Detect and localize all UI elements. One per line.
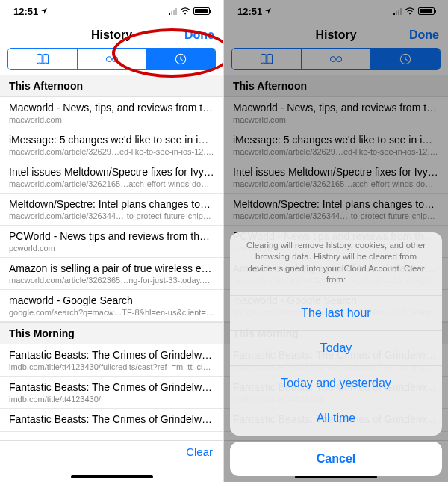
done-button[interactable]: Done: [409, 28, 439, 42]
wifi-icon: [180, 6, 190, 17]
list-item: Meltdown/Spectre: Intel plans changes to…: [224, 194, 448, 226]
svg-point-6: [337, 57, 342, 62]
list-item[interactable]: Fantastic Beasts: The Crimes of Grindelw…: [0, 344, 223, 377]
list-item[interactable]: macworld - Google Searchgoogle.com/searc…: [0, 290, 223, 322]
status-bar: 12:51: [0, 0, 223, 22]
list-item: iMessage: 5 changes we'd like to see in …: [224, 129, 448, 161]
cell-signal-icon: [169, 7, 177, 15]
wifi-icon: [405, 6, 415, 17]
clear-button[interactable]: Clear: [186, 445, 213, 458]
tab-history[interactable]: [146, 49, 215, 69]
battery-icon: [193, 7, 210, 15]
home-indicator: [71, 475, 153, 478]
clear-action-sheet: Clearing will remove history, cookies, a…: [230, 232, 442, 476]
sheet-cancel-button[interactable]: Cancel: [230, 442, 442, 476]
glasses-icon: [105, 52, 119, 67]
sheet-option-today-yesterday[interactable]: Today and yesterday: [230, 366, 442, 401]
book-open-icon: [35, 52, 50, 67]
sheet-option-today[interactable]: Today: [230, 331, 442, 366]
svg-point-4: [409, 13, 411, 14]
list-item: Intel issues Meltdown/Spectre fixes for …: [224, 161, 448, 194]
nav-bar: History Done: [0, 22, 223, 48]
clock-icon: [173, 52, 188, 67]
battery-icon: [418, 7, 435, 15]
tab-bookmarks[interactable]: [8, 49, 77, 69]
svg-point-0: [184, 13, 186, 14]
bottom-toolbar: Clear: [0, 440, 223, 482]
status-bar: 12:51: [224, 0, 448, 22]
clock-icon: [398, 52, 413, 67]
tab-segmented-control: [231, 48, 441, 70]
page-title: History: [315, 28, 356, 42]
section-header: This Morning: [0, 322, 223, 344]
nav-bar: History Done: [224, 22, 448, 48]
location-icon: [264, 6, 272, 17]
glasses-icon: [329, 52, 343, 67]
tab-bookmarks[interactable]: [232, 49, 301, 69]
list-item[interactable]: Amazon is selling a pair of true wireles…: [0, 258, 223, 290]
list-item[interactable]: Fantastic Beasts: The Crimes of Grindelw…: [0, 377, 223, 409]
tab-history[interactable]: [370, 49, 440, 69]
svg-point-2: [112, 57, 117, 62]
sheet-message: Clearing will remove history, cookies, a…: [230, 232, 442, 296]
tab-segmented-control: [7, 48, 216, 70]
sheet-option-last-hour[interactable]: The last hour: [230, 296, 442, 331]
section-header: This Afternoon: [0, 75, 223, 97]
tab-reading-list[interactable]: [301, 49, 370, 69]
svg-point-1: [106, 57, 111, 62]
list-item[interactable]: PCWorld - News tips and reviews from the…: [0, 226, 223, 258]
section-header: This Afternoon: [224, 75, 448, 97]
book-open-icon: [259, 52, 274, 67]
phone-right: 12:51 History Done: [224, 0, 448, 482]
history-list[interactable]: This Afternoon Macworld - News, tips, an…: [0, 75, 223, 460]
list-item[interactable]: Macworld - News, tips, and reviews from …: [0, 97, 223, 129]
list-item[interactable]: Fantastic Beasts: The Crimes of Grindelw…: [0, 409, 223, 432]
page-title: History: [91, 28, 132, 42]
status-time: 12:51: [13, 6, 38, 17]
svg-point-5: [331, 57, 336, 62]
list-item: Macworld - News, tips, and reviews from …: [224, 97, 448, 129]
phone-left: 12:51 History Done: [0, 0, 224, 482]
sheet-option-all-time[interactable]: All time: [230, 401, 442, 436]
list-item[interactable]: iMessage: 5 changes we'd like to see in …: [0, 129, 223, 161]
done-button[interactable]: Done: [184, 28, 214, 42]
location-icon: [40, 6, 48, 17]
status-time: 12:51: [237, 6, 262, 17]
tab-reading-list[interactable]: [77, 49, 146, 69]
cell-signal-icon: [393, 7, 402, 15]
list-item[interactable]: Meltdown/Spectre: Intel plans changes to…: [0, 194, 223, 226]
list-item[interactable]: Intel issues Meltdown/Spectre fixes for …: [0, 161, 223, 194]
